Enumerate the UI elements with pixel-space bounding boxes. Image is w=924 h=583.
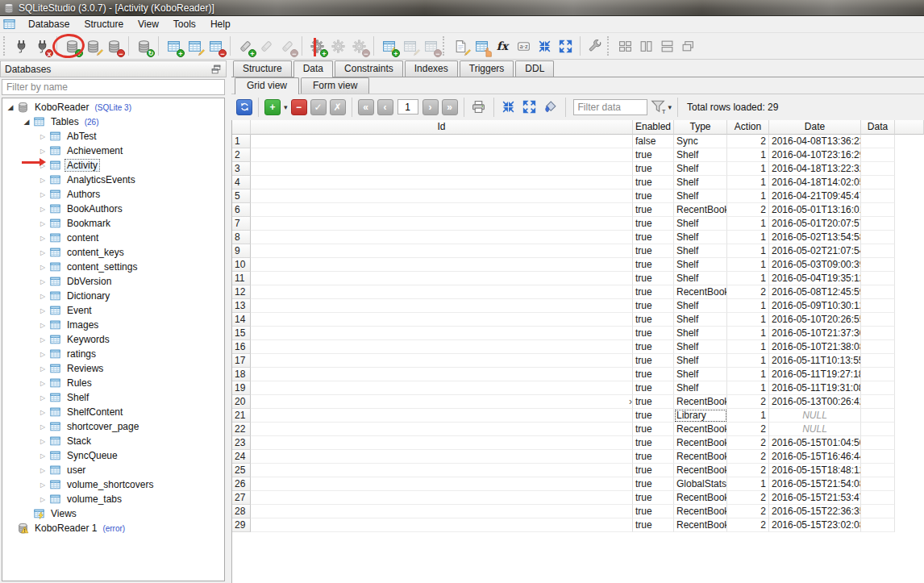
- cell-action[interactable]: 1: [727, 409, 769, 423]
- cell-action[interactable]: 1: [727, 368, 769, 381]
- collapse-columns-button[interactable]: [500, 98, 518, 116]
- edit-database-button[interactable]: [82, 35, 103, 56]
- edit-trigger-button[interactable]: [327, 35, 348, 56]
- cell-enabled[interactable]: true: [633, 189, 674, 203]
- collations-editor-button[interactable]: [513, 35, 534, 56]
- cell-type[interactable]: RecentBook: [674, 491, 727, 505]
- show-ddl-history-button[interactable]: [471, 35, 492, 56]
- cell-date[interactable]: 2016-05-15T21:53:47: [769, 491, 861, 505]
- tree-item-authors[interactable]: ▷Authors: [2, 187, 224, 202]
- expander-closed-icon[interactable]: ▷: [38, 452, 48, 460]
- create-table-button[interactable]: +: [163, 35, 184, 56]
- tree-item-content-keys[interactable]: ▷content_keys: [2, 245, 224, 260]
- cell-type[interactable]: Library: [674, 409, 727, 423]
- tree-item-content[interactable]: ▷content: [2, 231, 224, 245]
- row-number-cell[interactable]: 21: [232, 409, 251, 423]
- row-number-cell[interactable]: 6: [232, 203, 251, 217]
- cell-enabled[interactable]: true: [633, 450, 674, 464]
- cell-data[interactable]: [861, 176, 895, 189]
- database-filter-input[interactable]: [2, 79, 225, 95]
- data-filter-input[interactable]: [573, 99, 647, 115]
- cell-data[interactable]: [861, 299, 895, 313]
- cell-enabled[interactable]: true: [633, 176, 674, 189]
- delete-row-button[interactable]: −: [291, 99, 307, 115]
- tab-data[interactable]: Data: [293, 60, 333, 77]
- edit-table-button[interactable]: [184, 35, 205, 56]
- cell-data[interactable]: [861, 135, 895, 148]
- cell-id[interactable]: [251, 368, 633, 381]
- cell-date[interactable]: 2016-05-01T13:16:01: [769, 203, 861, 217]
- row-number-cell[interactable]: 16: [232, 340, 251, 354]
- cell-date[interactable]: 2016-05-15T16:46:44Z: [769, 450, 861, 464]
- tree-item-bookauthors[interactable]: ▷BookAuthors: [2, 202, 224, 216]
- row-number-cell[interactable]: 26: [232, 477, 251, 491]
- tree-item-koboreader-1[interactable]: KoboReader 1(error): [2, 521, 224, 535]
- cell-type[interactable]: RecentBook: [674, 436, 727, 450]
- cell-data[interactable]: [861, 203, 895, 217]
- tree-item-user[interactable]: ▷user: [2, 463, 224, 477]
- cell-enabled[interactable]: true: [633, 395, 674, 409]
- commit-changes-button[interactable]: ✓: [310, 99, 327, 115]
- tree-item-volume-shortcovers[interactable]: ▷volume_shortcovers: [2, 477, 224, 492]
- cell-date[interactable]: 2016-05-10T20:26:55: [769, 313, 861, 327]
- cell-action[interactable]: 1: [727, 272, 769, 285]
- cell-data[interactable]: [861, 409, 895, 423]
- remove-database-button[interactable]: −: [103, 35, 124, 56]
- row-number-cell[interactable]: 13: [232, 299, 251, 313]
- last-page-button[interactable]: »: [442, 99, 458, 115]
- tab-indexes[interactable]: Indexes: [405, 60, 458, 77]
- cell-enabled[interactable]: true: [633, 477, 674, 491]
- expander-closed-icon[interactable]: ▷: [38, 467, 48, 474]
- expander-closed-icon[interactable]: ▷: [38, 365, 48, 373]
- cell-id[interactable]: [251, 491, 633, 505]
- cell-id[interactable]: [251, 203, 633, 217]
- create-trigger-button[interactable]: +: [306, 35, 327, 56]
- row-number-cell[interactable]: 23: [232, 436, 251, 450]
- expander-closed-icon[interactable]: ▷: [38, 351, 48, 358]
- drop-view-button[interactable]: −: [420, 35, 441, 56]
- expander-closed-icon[interactable]: ▷: [38, 394, 48, 402]
- cell-action[interactable]: 1: [727, 258, 769, 272]
- cell-action[interactable]: 1: [727, 148, 769, 162]
- cell-enabled[interactable]: true: [633, 436, 674, 450]
- tree-item-bookmark[interactable]: ▷Bookmark: [2, 216, 224, 231]
- expander-closed-icon[interactable]: ▷: [38, 423, 48, 431]
- cell-date[interactable]: 2016-05-11T19:27:18: [769, 368, 861, 381]
- cell-data[interactable]: [861, 231, 895, 244]
- tile-windows-horizontally-button[interactable]: [656, 35, 677, 56]
- cell-id[interactable]: [251, 272, 633, 285]
- cell-action[interactable]: 1: [727, 327, 769, 340]
- cell-data[interactable]: [861, 272, 895, 285]
- row-number-cell[interactable]: 24: [232, 450, 251, 464]
- expander-closed-icon[interactable]: ▷: [38, 481, 48, 489]
- expander-closed-icon[interactable]: ▷: [38, 249, 48, 256]
- cell-data[interactable]: [861, 258, 895, 272]
- cell-type[interactable]: Shelf: [674, 148, 727, 162]
- tree-item-stack[interactable]: ▷Stack: [2, 434, 224, 448]
- column-header-date[interactable]: Date: [769, 120, 861, 135]
- row-number-cell[interactable]: 8: [232, 231, 251, 244]
- cell-enabled[interactable]: true: [633, 258, 674, 272]
- cell-type[interactable]: RecentBook: [674, 450, 727, 464]
- refresh-schema-button[interactable]: ↻: [133, 35, 154, 56]
- cell-date[interactable]: 2016-05-04T19:35:12: [769, 272, 861, 285]
- cell-enabled[interactable]: true: [633, 381, 674, 395]
- cell-date[interactable]: 2016-04-18T14:02:05: [769, 176, 861, 189]
- tree-item-dbversion[interactable]: ▷DbVersion: [2, 274, 224, 289]
- cell-action[interactable]: 1: [727, 231, 769, 244]
- cell-action[interactable]: 2: [727, 436, 769, 450]
- cell-data[interactable]: [861, 189, 895, 203]
- toolbar-drag-handle[interactable]: [3, 36, 8, 56]
- cell-data[interactable]: [861, 148, 895, 162]
- row-number-cell[interactable]: 4: [232, 176, 251, 189]
- cell-date[interactable]: 2016-05-15T18:48:12: [769, 464, 861, 477]
- cell-data[interactable]: [861, 518, 895, 532]
- print-data-button[interactable]: [470, 98, 488, 116]
- cell-type[interactable]: Shelf: [674, 176, 727, 189]
- cell-date[interactable]: 2016-05-03T09:00:39: [769, 258, 861, 272]
- tree-item-shelfcontent[interactable]: ▷ShelfContent: [2, 405, 224, 419]
- menu-view[interactable]: View: [131, 17, 166, 31]
- tree-item-analyticsevents[interactable]: ▷AnalyticsEvents: [2, 173, 224, 187]
- tab-constraints[interactable]: Constraints: [335, 60, 403, 77]
- edit-index-button[interactable]: [256, 35, 277, 56]
